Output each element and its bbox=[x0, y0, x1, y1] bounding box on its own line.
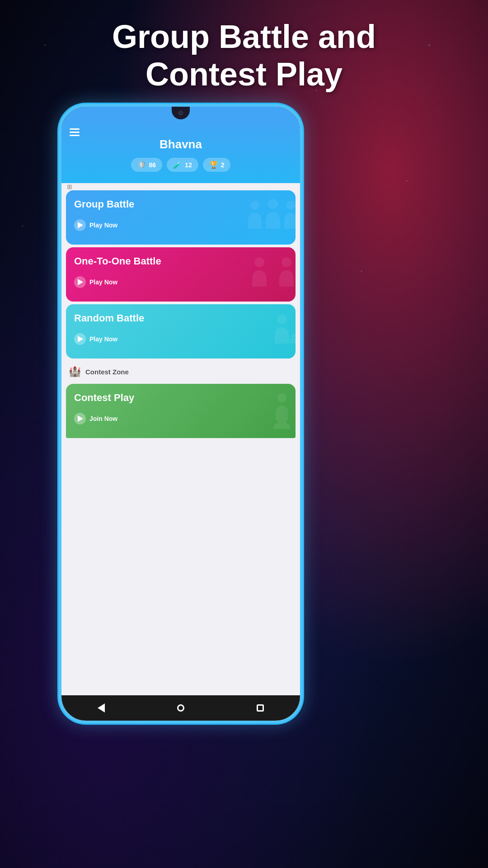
potion-icon: 🧪 bbox=[173, 160, 182, 169]
group-battle-card[interactable]: Group Battle Play Now bbox=[66, 190, 296, 245]
play-circle-2-icon bbox=[74, 276, 86, 288]
title-line1: Group Battle and bbox=[112, 19, 376, 55]
menu-line-2 bbox=[70, 132, 80, 133]
menu-button[interactable] bbox=[70, 128, 80, 136]
bottom-navigation bbox=[61, 695, 300, 721]
svg-point-2 bbox=[286, 201, 296, 210]
random-battle-play-label: Play Now bbox=[89, 335, 117, 343]
bookmark-icon: ⊞ bbox=[67, 183, 72, 190]
recent-apps-button[interactable] bbox=[252, 700, 268, 716]
svg-point-1 bbox=[268, 199, 278, 209]
play-triangle-3-icon bbox=[78, 336, 83, 342]
svg-rect-9 bbox=[277, 420, 286, 424]
contest-play-card[interactable]: Contest Play Join Now bbox=[66, 384, 296, 438]
contest-join-label: Join Now bbox=[89, 415, 117, 422]
contest-play-figures bbox=[264, 391, 296, 431]
home-button[interactable] bbox=[173, 700, 189, 716]
back-button[interactable] bbox=[93, 700, 109, 716]
app-header: Bhavna 🛡️ 86 🧪 12 🏆 2 bbox=[61, 119, 300, 183]
phone-frame: Bhavna 🛡️ 86 🧪 12 🏆 2 bbox=[59, 104, 303, 723]
random-battle-figures bbox=[264, 311, 296, 352]
menu-line-1 bbox=[70, 128, 80, 130]
contest-zone-icon: 🏰 bbox=[69, 366, 81, 377]
random-battle-card[interactable]: Random Battle Play Now bbox=[66, 304, 296, 359]
trophy-icon: 🏆 bbox=[209, 160, 218, 169]
svg-rect-6 bbox=[290, 338, 296, 344]
play-triangle-2-icon bbox=[78, 279, 83, 285]
home-circle-icon bbox=[177, 704, 184, 712]
play-triangle-4-icon bbox=[78, 415, 83, 422]
trophy-value: 2 bbox=[221, 161, 225, 169]
one-to-one-figures bbox=[246, 254, 296, 295]
user-name: Bhavna bbox=[70, 137, 291, 151]
svg-point-0 bbox=[250, 201, 259, 210]
svg-point-5 bbox=[277, 314, 287, 324]
trophy-stat-badge: 🏆 2 bbox=[203, 158, 231, 172]
contest-join-button[interactable]: Join Now bbox=[74, 413, 287, 425]
svg-point-4 bbox=[282, 257, 291, 267]
contest-zone-section: 🏰 Contest Zone bbox=[61, 361, 300, 381]
potion-value: 12 bbox=[185, 161, 192, 169]
camera bbox=[178, 111, 183, 115]
hamburger-icon bbox=[70, 128, 80, 136]
play-circle-icon bbox=[74, 219, 86, 231]
content-area: ⊞ Group Battle Play Now bbox=[61, 183, 300, 438]
play-triangle-icon bbox=[78, 222, 83, 228]
stats-row: 🛡️ 86 🧪 12 🏆 2 bbox=[70, 158, 291, 172]
title-line2: Contest Play bbox=[145, 56, 343, 92]
shield-icon: 🛡️ bbox=[137, 160, 146, 169]
play-circle-4-icon bbox=[74, 413, 86, 425]
svg-point-7 bbox=[291, 334, 296, 338]
phone-screen: Bhavna 🛡️ 86 🧪 12 🏆 2 bbox=[61, 107, 300, 721]
svg-point-8 bbox=[277, 393, 286, 402]
recent-apps-icon bbox=[257, 704, 264, 712]
menu-line-3 bbox=[70, 135, 80, 136]
svg-point-3 bbox=[254, 257, 264, 267]
shield-stat-badge: 🛡️ 86 bbox=[131, 158, 163, 172]
play-circle-3-icon bbox=[74, 333, 86, 345]
group-battle-figures bbox=[246, 197, 296, 238]
one-to-one-play-label: Play Now bbox=[89, 278, 117, 286]
group-battle-play-label: Play Now bbox=[89, 222, 117, 229]
potion-stat-badge: 🧪 12 bbox=[167, 158, 198, 172]
contest-play-title: Contest Play bbox=[74, 392, 287, 404]
page-title: Group Battle and Contest Play bbox=[0, 18, 488, 93]
random-battle-play-button[interactable]: Play Now bbox=[74, 333, 287, 345]
back-arrow-icon bbox=[98, 703, 105, 712]
shield-value: 86 bbox=[149, 161, 156, 169]
one-to-one-card[interactable]: One-To-One Battle Play Now bbox=[66, 247, 296, 302]
random-battle-title: Random Battle bbox=[74, 312, 287, 324]
contest-zone-label: Contest Zone bbox=[85, 368, 129, 376]
